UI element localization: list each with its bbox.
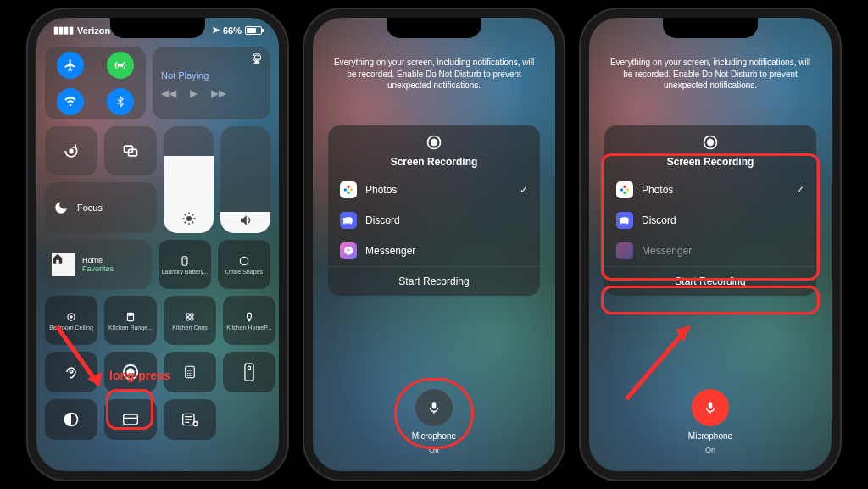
cellular-toggle[interactable] <box>107 52 134 79</box>
record-icon <box>426 134 442 151</box>
airplane-toggle[interactable] <box>57 52 84 79</box>
notch <box>387 16 481 38</box>
record-icon <box>702 134 719 151</box>
volume-slider[interactable] <box>220 126 270 233</box>
svg-rect-36 <box>124 414 138 425</box>
discord-icon <box>340 212 357 229</box>
recording-title: Screen Recording <box>391 156 478 168</box>
svg-rect-54 <box>709 402 713 408</box>
svg-point-20 <box>70 370 72 373</box>
svg-point-0 <box>120 64 122 66</box>
screen-mirroring[interactable] <box>104 126 157 175</box>
svg-point-30 <box>187 375 189 377</box>
bluetooth-toggle[interactable] <box>107 88 134 115</box>
connectivity-tile[interactable] <box>45 47 146 119</box>
home-tile[interactable]: HomeFavorites <box>45 240 152 289</box>
svg-point-12 <box>129 314 130 315</box>
svg-point-14 <box>131 314 132 315</box>
focus-label: Focus <box>77 203 103 213</box>
next-icon[interactable]: ▶▶ <box>211 87 226 99</box>
svg-point-17 <box>186 317 190 320</box>
photos-icon <box>616 181 633 198</box>
start-recording-button[interactable]: Start Recording <box>604 266 816 296</box>
orientation-lock[interactable] <box>45 126 97 175</box>
app-option-messenger[interactable]: Messenger <box>604 236 816 266</box>
shortcut-0[interactable]: Laundry Battery... <box>159 240 211 289</box>
svg-point-44 <box>350 188 353 192</box>
app-option-photos[interactable]: Photos ✓ <box>604 175 816 205</box>
svg-rect-3 <box>70 149 72 153</box>
battery-pct: 66% <box>223 25 242 36</box>
location-icon: ➤ <box>212 25 220 36</box>
wifi-toggle[interactable] <box>57 88 84 115</box>
svg-point-25 <box>189 370 191 372</box>
svg-rect-47 <box>432 402 437 408</box>
wallet-button[interactable] <box>104 399 157 440</box>
app-option-messenger[interactable]: Messenger <box>328 236 540 266</box>
photos-icon <box>340 181 357 198</box>
notes-button[interactable] <box>164 399 216 440</box>
svg-point-49 <box>708 139 714 145</box>
shortcut-1[interactable]: Office Shapes <box>218 240 270 289</box>
discord-icon <box>616 212 633 229</box>
svg-point-2 <box>254 55 259 59</box>
play-icon[interactable]: ▶ <box>190 87 198 99</box>
messenger-icon <box>340 242 357 259</box>
svg-point-34 <box>248 366 250 369</box>
svg-point-29 <box>192 373 193 375</box>
svg-point-53 <box>620 188 624 192</box>
svg-point-24 <box>187 370 189 372</box>
focus-tile[interactable]: Focus <box>45 182 157 233</box>
shortcut-2[interactable]: Bedroom Ceiling <box>45 296 97 345</box>
check-icon: ✓ <box>796 184 804 196</box>
microphone-toggle[interactable]: Microphone On <box>688 389 732 454</box>
svg-point-42 <box>431 139 437 145</box>
music-controls[interactable]: ◀◀ ▶ ▶▶ <box>161 87 226 99</box>
svg-point-26 <box>192 370 193 372</box>
carrier-label: Verizon <box>77 25 110 36</box>
svg-point-28 <box>189 373 191 375</box>
brightness-slider[interactable] <box>164 126 214 233</box>
check-icon: ✓ <box>520 184 528 196</box>
calculator-button[interactable] <box>164 352 216 392</box>
svg-point-13 <box>130 314 131 315</box>
svg-point-45 <box>347 191 350 194</box>
home-title: Home <box>82 256 114 264</box>
svg-point-43 <box>347 185 350 188</box>
start-recording-button[interactable]: Start Recording <box>328 266 540 296</box>
shortcut-5[interactable]: Kitchen HomeP... <box>223 296 275 345</box>
music-tile[interactable]: Not Playing ◀◀ ▶ ▶▶ <box>153 47 270 119</box>
recording-card: Screen Recording Photos ✓ Discord Messen… <box>328 125 540 296</box>
hearing-button[interactable] <box>45 352 97 392</box>
home-icon <box>52 253 75 276</box>
app-option-photos[interactable]: Photos ✓ <box>328 175 540 205</box>
svg-rect-7 <box>182 256 187 265</box>
svg-point-18 <box>191 317 194 320</box>
svg-point-15 <box>186 313 190 316</box>
phone-1-control-center: ▮▮▮▮ Verizon ➤ 66% Not Playing ◀ <box>28 9 287 480</box>
signal-icon: ▮▮▮▮ <box>53 25 74 36</box>
shortcut-4[interactable]: Kitchen Cans <box>164 296 216 345</box>
prev-icon[interactable]: ◀◀ <box>161 87 176 99</box>
recording-title: Screen Recording <box>667 156 754 168</box>
airplay-icon[interactable] <box>250 52 264 65</box>
phone-3-recording-sheet-mic-on: Everything on your screen, including not… <box>581 9 840 480</box>
microphone-toggle[interactable]: Microphone Off <box>412 389 456 454</box>
phone-2-recording-sheet: Everything on your screen, including not… <box>304 9 564 480</box>
svg-point-51 <box>626 188 630 192</box>
svg-point-31 <box>189 375 191 377</box>
svg-point-6 <box>186 216 192 221</box>
annotation-label: long-press <box>109 369 170 382</box>
music-title: Not Playing <box>161 70 209 81</box>
messenger-icon <box>616 242 633 259</box>
svg-point-8 <box>240 257 248 264</box>
dark-mode-button[interactable] <box>45 399 97 440</box>
app-option-discord[interactable]: Discord <box>328 205 540 236</box>
home-sub: Favorites <box>82 264 114 273</box>
recording-hint: Everything on your screen, including not… <box>609 57 812 92</box>
svg-point-16 <box>191 313 194 316</box>
app-option-discord[interactable]: Discord <box>604 205 816 236</box>
recording-hint: Everything on your screen, including not… <box>332 57 536 92</box>
shortcut-3[interactable]: Kitchen Range... <box>104 296 157 345</box>
remote-button[interactable] <box>223 352 275 392</box>
